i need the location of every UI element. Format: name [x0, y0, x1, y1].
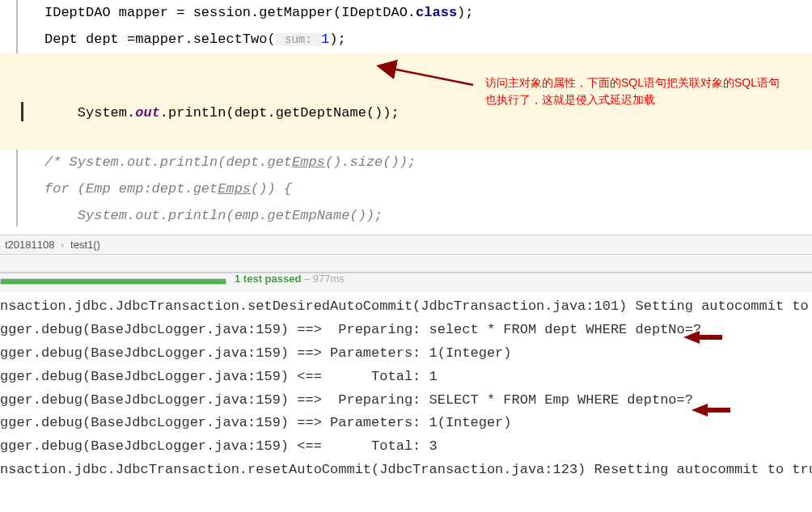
code-text: Dept dept =mapper.selectTwo( — [44, 32, 276, 47]
test-progress-bar — [0, 278, 226, 285]
code-text: ); — [457, 5, 473, 20]
test-status-bar: 1 test passed – 977ms — [0, 273, 812, 292]
code-line[interactable]: /* System.out.println(dept.getEmps().siz… — [0, 150, 812, 176]
code-line[interactable]: }*/ — [0, 230, 812, 235]
cursor — [21, 102, 23, 121]
console-line: gger.debug(BaseJdbcLogger.java:159) ==> … — [0, 389, 812, 413]
console-line: nsaction.jdbc.JdbcTransaction.resetAutoC… — [0, 459, 812, 482]
console-line: gger.debug(BaseJdbcLogger.java:159) <== … — [0, 435, 812, 459]
annotation-text: 访问主对象的属性，下面的SQL语句把关联对象的SQL语句 也执行了，这就是侵入式… — [485, 74, 780, 108]
code-text: ); — [329, 32, 345, 47]
console-line: gger.debug(BaseJdbcLogger.java:159) <== … — [0, 366, 812, 389]
code-editor[interactable]: IDeptDAO mapper = session.getMapper(IDep… — [0, 0, 812, 235]
console-output[interactable]: nsaction.jdbc.JdbcTransaction.setDesired… — [0, 292, 812, 485]
comment: for (Emp emp:dept.getEmps()) { — [44, 181, 292, 197]
toolbar-spacer — [0, 255, 812, 273]
comment: System.out.println(emp.getEmpName()); — [44, 208, 383, 223]
annotation-arrow-icon — [368, 57, 481, 89]
svg-marker-3 — [691, 404, 730, 417]
code-text: ); — [383, 105, 399, 121]
code-line[interactable]: Dept dept =mapper.selectTwo( sum: 1); — [0, 27, 812, 53]
test-progress-fill — [1, 279, 226, 284]
code-line[interactable]: for (Emp emp:dept.getEmps()) { — [0, 176, 812, 203]
breadcrumb-separator: › — [61, 239, 64, 251]
svg-line-1 — [380, 66, 473, 85]
annotation-arrow-icon — [691, 400, 732, 421]
test-status-text: 1 test passed – 977ms — [235, 273, 345, 285]
code-line[interactable]: IDeptDAO mapper = session.getMapper(IDep… — [0, 0, 812, 27]
comment: /* System.out.println(dept.getEmps().siz… — [44, 154, 416, 170]
breadcrumb-item[interactable]: t20181108 — [5, 239, 54, 251]
breadcrumb-item[interactable]: test1() — [70, 239, 100, 251]
breadcrumb[interactable]: t20181108 › test1() — [0, 235, 812, 255]
code-text: System. — [78, 105, 135, 121]
field-ref: out — [135, 105, 160, 121]
code-text: IDeptDAO mapper = session.getMapper(IDep… — [44, 5, 416, 20]
keyword: class — [416, 5, 457, 20]
param-hint: sum: — [276, 33, 321, 46]
code-line[interactable]: System.out.println(emp.getEmpName()); — [0, 203, 812, 230]
number-literal: 1 — [321, 32, 329, 47]
svg-marker-2 — [683, 331, 722, 344]
console-line: gger.debug(BaseJdbcLogger.java:159) ==> … — [0, 412, 812, 435]
code-text: () — [366, 105, 383, 121]
code-text: .println(dept.getDeptName — [160, 105, 366, 121]
console-line: nsaction.jdbc.JdbcTransaction.setDesired… — [0, 295, 812, 319]
annotation-arrow-icon — [683, 328, 724, 348]
